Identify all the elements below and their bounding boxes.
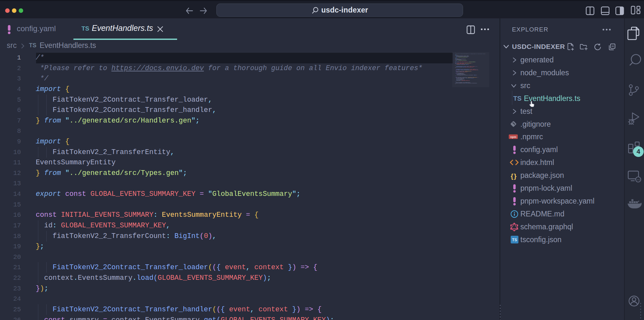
svg-text:npm: npm <box>510 135 516 139</box>
svg-text:TS: TS <box>512 238 517 242</box>
svg-text:><: >< <box>637 178 640 182</box>
